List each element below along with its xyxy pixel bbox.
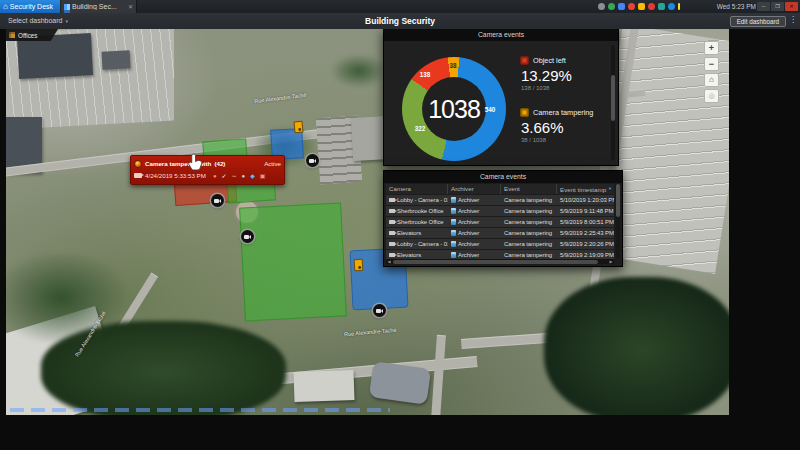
tray-icon[interactable]	[638, 3, 645, 10]
close-button[interactable]: ✕	[785, 2, 798, 11]
forward-icon[interactable]: ●	[242, 173, 246, 179]
camera-icon	[389, 220, 395, 224]
map-attribution	[10, 408, 390, 412]
archiver-name: Archiver	[458, 228, 479, 238]
event-stats: Object left13.29%138 / 1038Camera tamper…	[520, 56, 616, 160]
column-header[interactable]: Camera	[386, 184, 448, 194]
home-view-button[interactable]: ⌂	[704, 73, 719, 87]
donut-segment-value: 38	[449, 62, 456, 69]
tray-icon[interactable]	[668, 3, 675, 10]
cell-event: Camera tampering	[501, 239, 557, 249]
tab-security-desk-label: Security Desk	[10, 3, 53, 10]
camera-icon	[389, 253, 395, 257]
cell-camera: Lobby - Camera - 01	[386, 239, 448, 249]
table-row[interactable]: Lobby - Camera - 01ArchiverCamera tamper…	[386, 195, 614, 205]
scroll-right-icon[interactable]: ▶	[608, 259, 614, 264]
tray-icon[interactable]	[608, 3, 615, 10]
archiver-icon	[451, 219, 456, 225]
cell-timestamp: 5/9/2019 9:11:48 PM	[557, 206, 614, 216]
alarm-count: (42)	[214, 160, 225, 167]
camera-icon	[389, 231, 395, 235]
door-marker[interactable]	[354, 259, 364, 272]
camera-marker[interactable]	[306, 154, 319, 167]
tab-building-security[interactable]: Building Sec... ✕	[61, 0, 137, 13]
overflow-menu-icon[interactable]: ⋮	[789, 15, 797, 24]
titlebar: ⌂ Security Desk Building Sec... ✕ Wed 5:…	[0, 0, 800, 13]
tray-icon[interactable]	[678, 3, 680, 10]
donut-segment-value: 138	[420, 71, 431, 78]
camera-name: Lobby - Camera - 01	[397, 195, 448, 205]
table-row[interactable]: Lobby - Camera - 01ArchiverCamera tamper…	[386, 239, 614, 249]
event-stat: Camera tampering3.66%38 / 1038	[520, 108, 616, 143]
cell-camera: Lobby - Camera - 01	[386, 195, 448, 205]
camera-marker[interactable]	[373, 304, 386, 317]
table-row[interactable]: ElevatorsArchiverCamera tampering5/9/201…	[386, 228, 614, 238]
camera-marker[interactable]	[211, 194, 224, 207]
zoom-out-button[interactable]: −	[704, 57, 719, 71]
scroll-left-icon[interactable]: ◀	[386, 259, 392, 264]
archiver-icon	[451, 197, 456, 203]
panel-scrollbar[interactable]	[611, 45, 615, 160]
close-tab-icon[interactable]: ✕	[128, 3, 133, 10]
restore-button[interactable]: ❐	[771, 2, 784, 11]
event-stat-ratio: 38 / 1038	[521, 137, 616, 143]
cell-timestamp: 5/9/2019 8:00:51 PM	[557, 217, 614, 227]
camera-name: Elevators	[397, 228, 421, 238]
page-title: Building Security	[0, 16, 800, 26]
map-terrain-trees	[6, 253, 126, 343]
table-row[interactable]: Sherbrooke OfficeArchiverCamera tamperin…	[386, 206, 614, 216]
camera-icon	[389, 242, 395, 246]
donut-segment-value: 322	[415, 125, 426, 132]
acknowledge-icon[interactable]: ✓	[222, 173, 227, 179]
tray-icon[interactable]	[618, 3, 625, 10]
map-terrain-trees	[332, 55, 386, 87]
event-stat-label: Object left	[533, 56, 566, 65]
event-type-icon	[520, 56, 529, 65]
window-controls: ─ ❐ ✕	[757, 2, 798, 11]
tray-icon[interactable]	[658, 3, 665, 10]
delete-icon[interactable]: ▣	[260, 173, 266, 179]
archiver-name: Archiver	[458, 217, 479, 227]
map-area-tab-offices[interactable]: Offices	[6, 29, 58, 41]
camera-events-chart-panel: Camera events 1038 38540322138 Object le…	[383, 28, 619, 166]
layers-button[interactable]: ◎	[704, 89, 719, 103]
cell-event: Camera tampering	[501, 217, 557, 227]
map-controls: + − ⌂ ◎	[704, 41, 719, 103]
tray-icon[interactable]	[628, 3, 635, 10]
app-window: ⌂ Security Desk Building Sec... ✕ Wed 5:…	[0, 0, 800, 450]
monitor-icon[interactable]: ∼	[232, 173, 237, 179]
archiver-icon	[451, 230, 456, 236]
investigate-icon[interactable]: ◆	[250, 173, 255, 179]
snooze-icon[interactable]: ●	[213, 173, 217, 179]
map-terrain-trees	[544, 277, 729, 415]
tray-icon[interactable]	[648, 3, 655, 10]
tab-security-desk[interactable]: ⌂ Security Desk	[0, 0, 60, 13]
column-header[interactable]: Event	[501, 184, 557, 194]
camera-name: Sherbrooke Office	[397, 217, 444, 227]
zoom-in-button[interactable]: +	[704, 41, 719, 55]
column-header[interactable]: Event timestamp▼	[557, 184, 614, 194]
dashboard-icon	[64, 4, 70, 10]
dashboard-toolbar: Select dashboard ▾ Building Security Edi…	[0, 13, 800, 29]
cell-camera: Sherbrooke Office	[386, 217, 448, 227]
panel-title: Camera events	[384, 29, 618, 41]
event-type-icon	[520, 108, 529, 117]
door-marker[interactable]	[293, 121, 303, 134]
cell-archiver: Archiver	[448, 239, 501, 249]
cell-camera: Sherbrooke Office	[386, 206, 448, 216]
table-row[interactable]: Sherbrooke OfficeArchiverCamera tamperin…	[386, 217, 614, 227]
cell-event: Camera tampering	[501, 195, 557, 205]
map-area-polygon-green[interactable]	[239, 202, 347, 321]
donut-hole: 1038	[422, 77, 486, 141]
panel-scrollbar[interactable]	[616, 184, 620, 258]
road-label: Rue Alexandre-Taché	[344, 327, 397, 338]
map-terrain-building	[369, 361, 431, 405]
horizontal-scrollbar[interactable]: ◀ ▶	[386, 259, 614, 264]
edit-dashboard-button[interactable]: Edit dashboard	[730, 16, 786, 27]
column-header[interactable]: Archiver	[448, 184, 501, 194]
archiver-name: Archiver	[458, 239, 479, 249]
camera-marker[interactable]	[241, 230, 254, 243]
minimize-button[interactable]: ─	[757, 2, 770, 11]
alarm-toast[interactable]: Camera tampered with (42) Active 4/24/20…	[130, 155, 285, 185]
tray-icon[interactable]	[598, 3, 605, 10]
